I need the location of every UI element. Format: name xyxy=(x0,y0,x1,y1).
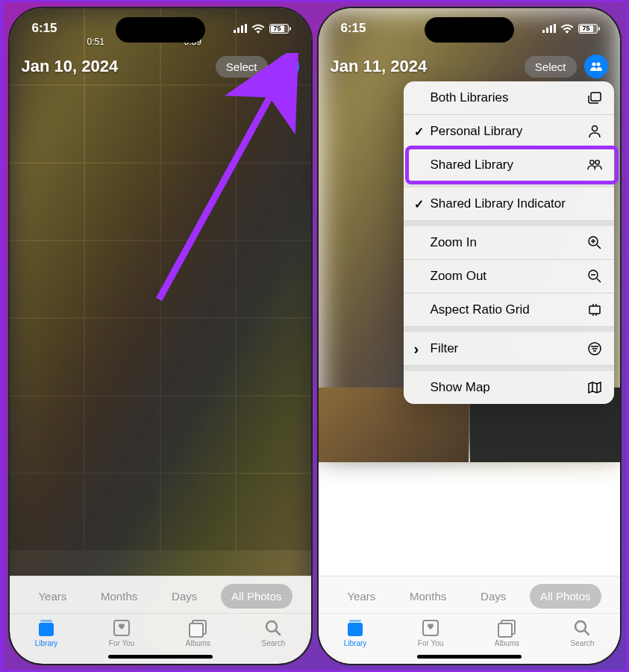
bottom-bar: Years Months Days All Photos Library For… xyxy=(10,576,311,664)
status-time: 6:15 xyxy=(32,21,57,36)
svg-point-22 xyxy=(595,161,598,164)
svg-rect-13 xyxy=(542,30,545,33)
people-icon xyxy=(589,61,603,72)
tab-library[interactable]: Library xyxy=(344,618,367,647)
library-filter-button[interactable] xyxy=(584,55,608,78)
seg-months[interactable]: Months xyxy=(399,584,457,609)
dynamic-island xyxy=(116,17,205,43)
person-icon xyxy=(281,60,293,72)
for-you-icon xyxy=(111,618,132,638)
select-button[interactable]: Select xyxy=(525,56,577,78)
tab-search[interactable]: Search xyxy=(262,618,286,647)
svg-line-47 xyxy=(584,630,589,635)
photos-stack-icon xyxy=(587,90,602,105)
tutorial-screenshot-pair: 0:51 0:09 6:15 75 Jan 10, 2024 Select xyxy=(4,2,626,670)
status-time: 6:15 xyxy=(341,21,366,36)
menu-aspect-ratio-grid[interactable]: Aspect Ratio Grid xyxy=(404,293,614,327)
svg-rect-10 xyxy=(190,623,203,637)
select-button[interactable]: Select xyxy=(216,56,268,78)
seg-years[interactable]: Years xyxy=(28,584,77,609)
people-outline-icon xyxy=(587,158,602,172)
library-filter-button[interactable] xyxy=(275,55,299,78)
seg-years[interactable]: Years xyxy=(337,584,386,609)
svg-line-28 xyxy=(597,279,601,282)
svg-line-24 xyxy=(597,245,601,249)
signal-icon xyxy=(234,24,247,33)
tab-for-you[interactable]: For You xyxy=(109,618,134,647)
wifi-icon xyxy=(560,24,574,34)
library-icon xyxy=(345,618,366,638)
seg-all-photos[interactable]: All Photos xyxy=(221,584,292,609)
person-outline-icon xyxy=(587,124,602,139)
svg-rect-30 xyxy=(589,306,600,314)
zoom-out-icon xyxy=(587,269,602,284)
albums-icon xyxy=(496,618,517,638)
map-icon xyxy=(587,380,602,395)
seg-months[interactable]: Months xyxy=(90,584,148,609)
home-indicator[interactable] xyxy=(417,655,522,659)
tab-albums[interactable]: Albums xyxy=(186,618,210,647)
albums-icon xyxy=(187,618,208,638)
signal-icon xyxy=(542,24,556,33)
menu-personal-library[interactable]: ✓ Personal Library xyxy=(404,115,614,149)
tab-bar: Library For You Albums Search xyxy=(319,613,620,649)
date-title: Jan 10, 2024 xyxy=(22,57,119,76)
svg-rect-45 xyxy=(498,623,512,637)
svg-rect-6 xyxy=(40,620,52,622)
library-filter-popover: Both Libraries ✓ Personal Library Shared… xyxy=(404,81,614,404)
svg-rect-14 xyxy=(546,28,548,33)
battery-indicator: 75 xyxy=(269,24,289,34)
svg-rect-0 xyxy=(234,30,236,33)
menu-shared-library[interactable]: Shared Library xyxy=(404,149,614,182)
battery-indicator: 75 xyxy=(578,24,598,34)
tab-albums[interactable]: Albums xyxy=(495,618,519,647)
wifi-icon xyxy=(251,24,265,34)
menu-show-map[interactable]: Show Map xyxy=(404,371,614,404)
library-icon xyxy=(36,618,57,638)
menu-zoom-in[interactable]: Zoom In xyxy=(404,226,614,260)
menu-shared-library-indicator[interactable]: ✓ Shared Library Indicator xyxy=(404,187,614,221)
phone-left: 0:51 0:09 6:15 75 Jan 10, 2024 Select xyxy=(8,7,313,665)
svg-rect-41 xyxy=(349,620,361,622)
checkmark-icon: ✓ xyxy=(414,125,424,139)
svg-rect-16 xyxy=(554,24,556,33)
phone-right: 6:15 75 Jan 11, 2024 Select Both Librari… xyxy=(317,7,622,665)
view-segmented-control: Years Months Days All Photos xyxy=(10,584,311,609)
aspect-ratio-icon xyxy=(587,302,602,317)
zoom-in-icon xyxy=(587,235,602,250)
seg-all-photos[interactable]: All Photos xyxy=(530,584,601,609)
svg-rect-15 xyxy=(550,25,552,33)
date-title: Jan 11, 2024 xyxy=(331,57,428,76)
tab-search[interactable]: Search xyxy=(571,618,595,647)
menu-filter[interactable]: Filter xyxy=(404,332,614,366)
svg-rect-7 xyxy=(39,623,54,636)
menu-both-libraries[interactable]: Both Libraries xyxy=(404,81,614,115)
svg-rect-2 xyxy=(241,25,243,33)
svg-rect-3 xyxy=(245,24,247,33)
svg-point-17 xyxy=(592,63,595,66)
bottom-bar: Years Months Days All Photos Library For… xyxy=(319,576,620,664)
dynamic-island xyxy=(425,17,514,43)
view-segmented-control: Years Months Days All Photos xyxy=(319,584,620,609)
tab-for-you[interactable]: For You xyxy=(418,618,443,647)
svg-rect-19 xyxy=(591,93,601,101)
search-icon xyxy=(263,618,284,638)
svg-line-12 xyxy=(275,630,280,635)
checkmark-icon: ✓ xyxy=(414,197,424,211)
svg-point-18 xyxy=(596,63,600,66)
svg-rect-42 xyxy=(348,623,363,636)
svg-rect-1 xyxy=(237,28,240,33)
tab-bar: Library For You Albums Search xyxy=(10,613,311,649)
home-indicator[interactable] xyxy=(108,655,213,659)
filter-icon xyxy=(587,341,602,356)
search-icon xyxy=(572,618,592,638)
svg-point-20 xyxy=(592,126,597,131)
seg-days[interactable]: Days xyxy=(470,584,516,609)
tab-library[interactable]: Library xyxy=(35,618,58,647)
svg-point-21 xyxy=(589,161,593,164)
menu-zoom-out[interactable]: Zoom Out xyxy=(404,260,614,293)
svg-point-4 xyxy=(285,62,290,66)
for-you-icon xyxy=(420,618,441,638)
seg-days[interactable]: Days xyxy=(161,584,207,609)
photo-library-grid[interactable] xyxy=(10,8,311,664)
